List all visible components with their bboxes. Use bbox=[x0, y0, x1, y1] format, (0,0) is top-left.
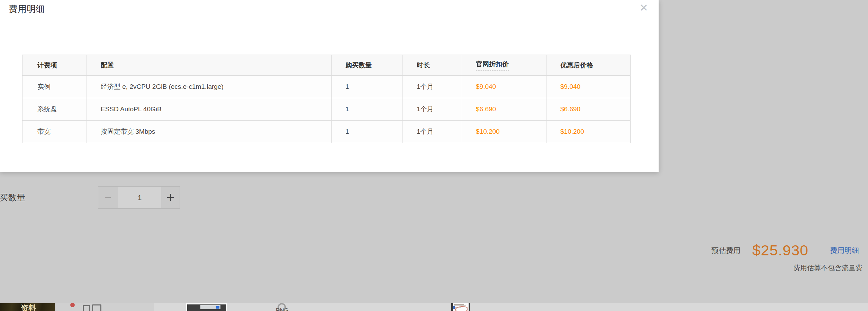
header-quantity: 购买数量 bbox=[332, 55, 403, 76]
cell-final-price: $6.690 bbox=[546, 98, 631, 121]
screenshot-blue-button bbox=[216, 306, 219, 309]
estimate-price: $25.930 bbox=[752, 242, 808, 259]
cell-billing-item: 系统盘 bbox=[22, 98, 87, 121]
partial-glyph-icon bbox=[83, 305, 90, 311]
cell-duration: 1个月 bbox=[403, 98, 462, 121]
cell-configuration: 按固定带宽 3Mbps bbox=[87, 121, 332, 143]
partial-window-icon bbox=[92, 304, 101, 311]
cell-quantity: 1 bbox=[332, 76, 403, 98]
cell-billing-item: 带宽 bbox=[22, 121, 87, 143]
table-row: 系统盘 ESSD AutoPL 40GiB 1 1个月 $6.690 $6.69… bbox=[22, 98, 631, 121]
minus-icon: − bbox=[105, 191, 112, 204]
red-annotation-oval bbox=[455, 306, 468, 311]
stepper-minus-button[interactable]: − bbox=[98, 187, 118, 208]
header-duration: 时长 bbox=[403, 55, 462, 76]
purchase-quantity-label: 购买数量 bbox=[0, 192, 26, 203]
list-price-tooltip-label[interactable]: 官网折扣价 bbox=[476, 60, 509, 70]
screenshot-thumbnail-content bbox=[187, 304, 226, 311]
cell-duration: 1个月 bbox=[403, 121, 462, 143]
cost-detail-link[interactable]: 费用明细 bbox=[830, 246, 859, 255]
cell-quantity: 1 bbox=[332, 121, 403, 143]
header-billing-item: 计费项 bbox=[22, 55, 87, 76]
modal-title: 费用明细 bbox=[9, 3, 45, 15]
plus-icon: + bbox=[166, 190, 174, 205]
stepper-plus-button[interactable]: + bbox=[161, 187, 180, 208]
cell-configuration: 经济型 e, 2vCPU 2GiB (ecs.e-c1m1.large) bbox=[87, 76, 332, 98]
table-row: 带宽 按固定带宽 3Mbps 1 1个月 $10.200 $10.200 bbox=[22, 121, 631, 143]
document-text-line bbox=[454, 304, 464, 305]
cell-quantity: 1 bbox=[332, 98, 403, 121]
cost-detail-modal: 费用明细 ✕ 计费项 配置 购买数量 时长 官网折扣价 优惠后价格 实例 bbox=[0, 0, 659, 172]
screen: 购买数量 − 1 + 预估费用 $25.930 费用明细 费用估算不包含流量费 … bbox=[0, 0, 868, 311]
quantity-value[interactable]: 1 bbox=[118, 187, 161, 208]
document-blue-icon bbox=[453, 306, 455, 309]
photo-thumbnail[interactable]: 资料 bbox=[0, 303, 55, 311]
document-thumbnail[interactable] bbox=[451, 303, 470, 311]
cell-list-price: $9.040 bbox=[462, 76, 546, 98]
cell-billing-item: 实例 bbox=[22, 76, 87, 98]
header-configuration: 配置 bbox=[87, 55, 332, 76]
screenshot-thumbnail[interactable] bbox=[186, 303, 227, 311]
desktop-strip: 资料 PNG bbox=[0, 303, 868, 311]
quantity-stepper[interactable]: − 1 + bbox=[98, 186, 180, 209]
close-icon[interactable]: ✕ bbox=[636, 1, 651, 15]
cell-list-price: $10.200 bbox=[462, 121, 546, 143]
table-row: 实例 经济型 e, 2vCPU 2GiB (ecs.e-c1m1.large) … bbox=[22, 76, 631, 98]
cell-final-price: $10.200 bbox=[546, 121, 631, 143]
cell-list-price: $6.690 bbox=[462, 98, 546, 121]
header-final-price: 优惠后价格 bbox=[546, 55, 631, 76]
png-file-label: PNG bbox=[276, 308, 289, 311]
photo-thumbnail-label: 资料 bbox=[21, 303, 36, 311]
cell-duration: 1个月 bbox=[403, 76, 462, 98]
estimate-summary: 预估费用 $25.930 费用明细 bbox=[712, 242, 859, 259]
cell-final-price: $9.040 bbox=[546, 76, 631, 98]
estimate-note: 费用估算不包含流量费 bbox=[793, 263, 862, 273]
cell-configuration: ESSD AutoPL 40GiB bbox=[87, 98, 332, 121]
table-header-row: 计费项 配置 购买数量 时长 官网折扣价 优惠后价格 bbox=[22, 55, 631, 76]
estimate-label: 预估费用 bbox=[712, 246, 741, 255]
cost-table: 计费项 配置 购买数量 时长 官网折扣价 优惠后价格 实例 经济型 e, 2vC… bbox=[22, 55, 631, 143]
header-list-price: 官网折扣价 bbox=[462, 55, 546, 76]
screenshot-dialog bbox=[200, 305, 220, 309]
